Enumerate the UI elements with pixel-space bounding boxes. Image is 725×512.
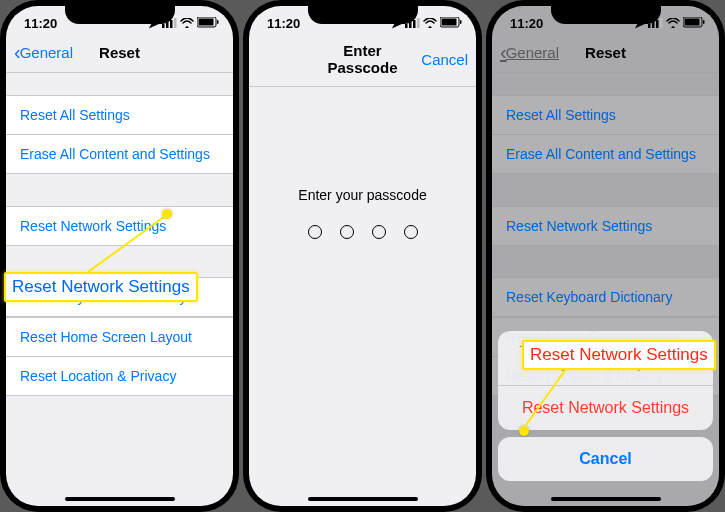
nav-title: Reset bbox=[74, 44, 165, 61]
svg-rect-6 bbox=[217, 20, 219, 24]
passcode-dots[interactable] bbox=[308, 225, 418, 239]
wifi-icon bbox=[423, 16, 437, 31]
cancel-button[interactable]: Cancel bbox=[408, 51, 468, 68]
annotation-callout: Reset Network Settings bbox=[4, 272, 198, 302]
nav-bar: ‹ General Reset bbox=[492, 34, 719, 73]
home-indicator[interactable] bbox=[308, 497, 418, 501]
wifi-icon bbox=[180, 16, 194, 31]
back-button[interactable]: ‹ General bbox=[14, 42, 74, 62]
passcode-dot bbox=[372, 225, 386, 239]
home-indicator[interactable] bbox=[551, 497, 661, 501]
phone-screen-1: 11:20 ➤ ‹ General bbox=[0, 0, 239, 512]
svg-rect-15 bbox=[648, 24, 651, 28]
sheet-cancel-button[interactable]: Cancel bbox=[498, 437, 713, 481]
svg-rect-2 bbox=[170, 20, 173, 28]
back-label: General bbox=[506, 44, 559, 61]
row-reset-keyboard-dictionary[interactable]: Reset Keyboard Dictionary bbox=[492, 277, 719, 317]
battery-icon bbox=[440, 16, 462, 31]
passcode-dot bbox=[308, 225, 322, 239]
row-reset-all-settings[interactable]: Reset All Settings bbox=[492, 95, 719, 135]
svg-rect-3 bbox=[174, 18, 177, 28]
annotation-marker bbox=[519, 426, 529, 436]
row-reset-location-privacy[interactable]: Reset Location & Privacy bbox=[6, 356, 233, 396]
svg-rect-13 bbox=[442, 18, 457, 25]
annotation-callout: Reset Network Settings bbox=[522, 340, 716, 370]
home-indicator[interactable] bbox=[65, 497, 175, 501]
svg-rect-5 bbox=[199, 18, 214, 25]
status-time: 11:20 bbox=[267, 16, 300, 31]
sheet-confirm-button[interactable]: Reset Network Settings bbox=[498, 386, 713, 430]
row-erase-all-content[interactable]: Erase All Content and Settings bbox=[6, 134, 233, 174]
svg-rect-11 bbox=[417, 18, 420, 28]
nav-title: Enter Passcode bbox=[317, 42, 408, 76]
notch bbox=[551, 4, 661, 24]
nav-bar: ‹ General Reset bbox=[6, 34, 233, 73]
back-label: General bbox=[20, 44, 73, 61]
row-reset-all-settings[interactable]: Reset All Settings bbox=[6, 95, 233, 135]
svg-rect-17 bbox=[656, 20, 659, 28]
passcode-prompt: Enter your passcode bbox=[298, 187, 426, 203]
passcode-dot bbox=[404, 225, 418, 239]
status-time: 11:20 bbox=[24, 16, 57, 31]
back-button[interactable]: ‹ General bbox=[500, 42, 560, 62]
row-reset-home-screen-layout[interactable]: Reset Home Screen Layout bbox=[6, 317, 233, 357]
status-time: 11:20 bbox=[510, 16, 543, 31]
nav-title: Reset bbox=[560, 44, 651, 61]
notch bbox=[308, 4, 418, 24]
row-reset-network-settings[interactable]: Reset Network Settings bbox=[6, 206, 233, 246]
wifi-icon bbox=[666, 16, 680, 31]
nav-bar: Enter Passcode Cancel bbox=[249, 34, 476, 87]
row-reset-network-settings[interactable]: Reset Network Settings bbox=[492, 206, 719, 246]
battery-icon bbox=[683, 16, 705, 31]
svg-rect-10 bbox=[413, 20, 416, 28]
annotation-marker bbox=[162, 209, 172, 219]
phone-screen-2: 11:20 ➤ Enter Passcode Cance bbox=[243, 0, 482, 512]
svg-rect-21 bbox=[703, 20, 705, 24]
passcode-dot bbox=[340, 225, 354, 239]
passcode-area: Enter your passcode bbox=[249, 87, 476, 506]
notch bbox=[65, 4, 175, 24]
svg-rect-8 bbox=[405, 24, 408, 28]
phone-screen-3: 11:20 ➤ ‹ General bbox=[486, 0, 725, 512]
svg-rect-18 bbox=[660, 18, 663, 28]
svg-rect-20 bbox=[685, 18, 700, 25]
svg-rect-0 bbox=[162, 24, 165, 28]
svg-rect-14 bbox=[460, 20, 462, 24]
battery-icon bbox=[197, 16, 219, 31]
row-erase-all-content[interactable]: Erase All Content and Settings bbox=[492, 134, 719, 174]
